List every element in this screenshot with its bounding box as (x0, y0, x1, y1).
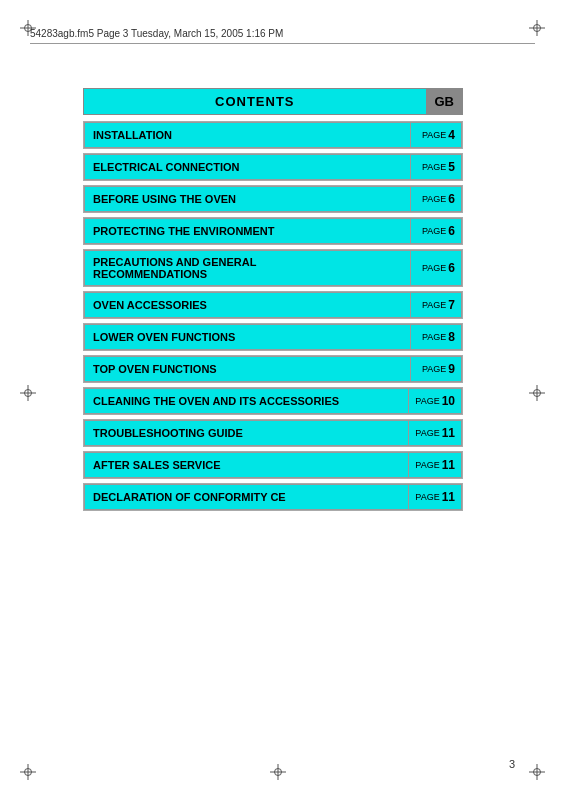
toc-row: PROTECTING THE ENVIRONMENTPAGE 6 (83, 217, 463, 245)
toc-item-label: PRECAUTIONS AND GENERAL RECOMMENDATIONS (84, 250, 410, 286)
toc-list: INSTALLATIONPAGE 4ELECTRICAL CONNECTIONP… (83, 121, 463, 511)
page: 54283agb.fm5 Page 3 Tuesday, March 15, 2… (0, 0, 565, 800)
page-number: 7 (448, 298, 455, 312)
toc-item-page: PAGE 8 (410, 324, 462, 350)
page-word: PAGE (415, 428, 439, 438)
page-word: PAGE (422, 162, 446, 172)
toc-item-label: PROTECTING THE ENVIRONMENT (84, 218, 410, 244)
page-number: 11 (442, 458, 455, 472)
file-info: 54283agb.fm5 Page 3 Tuesday, March 15, 2… (30, 28, 283, 39)
page-word: PAGE (422, 263, 446, 273)
header-bar: 54283agb.fm5 Page 3 Tuesday, March 15, 2… (30, 28, 535, 44)
toc-item-page: PAGE 7 (410, 292, 462, 318)
page-number: 5 (448, 160, 455, 174)
toc-row: LOWER OVEN FUNCTIONSPAGE 8 (83, 323, 463, 351)
contents-gb: GB (426, 88, 464, 115)
page-word: PAGE (422, 194, 446, 204)
toc-row: OVEN ACCESSORIESPAGE 7 (83, 291, 463, 319)
page-number: 10 (442, 394, 455, 408)
toc-item-page: PAGE 5 (410, 154, 462, 180)
crosshair-mid-right (529, 385, 545, 401)
page-number: 4 (448, 128, 455, 142)
toc-item-label: OVEN ACCESSORIES (84, 292, 410, 318)
toc-row: TROUBLESHOOTING GUIDEPAGE 11 (83, 419, 463, 447)
page-word: PAGE (415, 492, 439, 502)
toc-item-page: PAGE 10 (408, 388, 462, 414)
crosshair-bot-mid (270, 764, 286, 780)
toc-item-page: PAGE 4 (410, 122, 462, 148)
toc-row: BEFORE USING THE OVENPAGE 6 (83, 185, 463, 213)
toc-item-label: TOP OVEN FUNCTIONS (84, 356, 410, 382)
toc-row: PRECAUTIONS AND GENERAL RECOMMENDATIONSP… (83, 249, 463, 287)
page-word: PAGE (422, 364, 446, 374)
page-word: PAGE (422, 130, 446, 140)
toc-item-label: TROUBLESHOOTING GUIDE (84, 420, 408, 446)
toc-row: TOP OVEN FUNCTIONSPAGE 9 (83, 355, 463, 383)
toc-row: AFTER SALES SERVICEPAGE 11 (83, 451, 463, 479)
page-number: 6 (448, 224, 455, 238)
page-word: PAGE (415, 396, 439, 406)
toc-item-page: PAGE 6 (410, 250, 462, 286)
content-area: CONTENTS GB INSTALLATIONPAGE 4ELECTRICAL… (83, 88, 463, 515)
toc-item-page: PAGE 9 (410, 356, 462, 382)
page-number: 9 (448, 362, 455, 376)
page-word: PAGE (422, 300, 446, 310)
crosshair-bot-left (20, 764, 36, 780)
toc-item-label: LOWER OVEN FUNCTIONS (84, 324, 410, 350)
contents-header: CONTENTS GB (83, 88, 463, 115)
crosshair-bot-right (529, 764, 545, 780)
page-number: 8 (448, 330, 455, 344)
page-word: PAGE (415, 460, 439, 470)
toc-item-page: PAGE 6 (410, 218, 462, 244)
toc-item-page: PAGE 11 (408, 420, 462, 446)
toc-row: ELECTRICAL CONNECTIONPAGE 5 (83, 153, 463, 181)
footer-page-number: 3 (509, 758, 515, 770)
toc-item-label: ELECTRICAL CONNECTION (84, 154, 410, 180)
page-word: PAGE (422, 226, 446, 236)
toc-row: CLEANING THE OVEN AND ITS ACCESSORIESPAG… (83, 387, 463, 415)
toc-item-label: DECLARATION OF CONFORMITY CE (84, 484, 408, 510)
toc-item-label: INSTALLATION (84, 122, 410, 148)
page-number: 11 (442, 490, 455, 504)
contents-title: CONTENTS (83, 88, 426, 115)
toc-item-label: BEFORE USING THE OVEN (84, 186, 410, 212)
crosshair-mid-left (20, 385, 36, 401)
toc-item-label: AFTER SALES SERVICE (84, 452, 408, 478)
toc-item-page: PAGE 11 (408, 452, 462, 478)
page-number: 6 (448, 261, 455, 275)
toc-item-page: PAGE 11 (408, 484, 462, 510)
page-word: PAGE (422, 332, 446, 342)
toc-item-page: PAGE 6 (410, 186, 462, 212)
toc-row: DECLARATION OF CONFORMITY CEPAGE 11 (83, 483, 463, 511)
toc-row: INSTALLATIONPAGE 4 (83, 121, 463, 149)
page-number: 11 (442, 426, 455, 440)
page-number: 6 (448, 192, 455, 206)
toc-item-label: CLEANING THE OVEN AND ITS ACCESSORIES (84, 388, 408, 414)
